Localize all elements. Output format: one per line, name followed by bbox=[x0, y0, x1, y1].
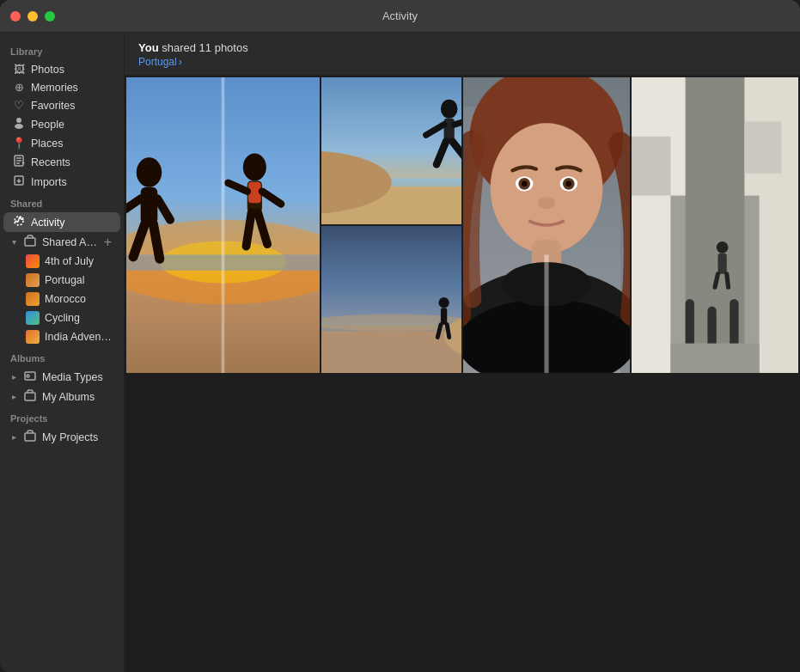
svg-point-68 bbox=[522, 180, 528, 186]
photo-beach-jump[interactable] bbox=[321, 77, 461, 224]
activity-icon bbox=[12, 215, 26, 229]
sidebar-item-activity[interactable]: Activity bbox=[3, 212, 120, 232]
svg-point-1 bbox=[15, 124, 23, 129]
svg-point-12 bbox=[27, 375, 29, 377]
sidebar-item-label: People bbox=[31, 119, 112, 131]
sidebar-section-library: Library bbox=[0, 40, 124, 60]
photo-grid bbox=[125, 76, 800, 672]
chevron-right-icon: ▸ bbox=[12, 432, 16, 442]
svg-point-61 bbox=[491, 123, 603, 253]
chevron-right-icon: ▸ bbox=[12, 372, 16, 382]
photo-beach-dusk[interactable] bbox=[321, 226, 461, 373]
svg-point-72 bbox=[538, 197, 556, 209]
minimize-button[interactable] bbox=[27, 11, 38, 21]
sidebar-item-memories[interactable]: ⊕ Memories bbox=[3, 78, 120, 96]
svg-line-55 bbox=[447, 325, 449, 338]
sidebar-item-media-types[interactable]: ▸ Media Types bbox=[3, 367, 120, 387]
sidebar-item-label: 4th of July bbox=[45, 255, 112, 267]
svg-line-95 bbox=[727, 274, 729, 287]
album-thumb-portugal bbox=[26, 273, 40, 287]
sidebar-item-india-adventure[interactable]: India Adventure bbox=[3, 327, 120, 346]
album-thumb-india bbox=[26, 330, 40, 344]
sidebar-item-label: Favorites bbox=[31, 100, 112, 112]
sidebar-item-label: Shared Albums bbox=[42, 236, 99, 248]
photo-beach-dance[interactable] bbox=[126, 77, 320, 373]
activity-album-name: Portugal bbox=[138, 56, 177, 68]
svg-line-31 bbox=[247, 212, 252, 246]
people-icon bbox=[12, 117, 26, 131]
svg-rect-96 bbox=[670, 344, 759, 373]
sidebar-section-shared: Shared bbox=[0, 192, 124, 212]
sidebar-item-shared-albums[interactable]: ▾ Shared Albums + bbox=[3, 232, 120, 252]
titlebar: Activity bbox=[0, 0, 800, 33]
main-area: You shared 11 photos Portugal › bbox=[125, 33, 800, 672]
photo-portrait[interactable] bbox=[463, 77, 630, 373]
photo-top-row bbox=[126, 77, 461, 373]
sidebar-item-people[interactable]: People bbox=[3, 114, 120, 134]
sidebar-item-label: Morocco bbox=[45, 293, 112, 305]
photos-icon: 🖼 bbox=[12, 63, 26, 76]
sidebar-item-label: My Albums bbox=[42, 391, 112, 403]
sidebar-item-label: Imports bbox=[31, 176, 112, 188]
svg-point-20 bbox=[137, 157, 162, 186]
album-thumb-morocco bbox=[26, 292, 40, 306]
traffic-lights bbox=[10, 11, 55, 21]
activity-album-chevron: › bbox=[179, 56, 182, 68]
sidebar-item-my-albums[interactable]: ▸ My Albums bbox=[3, 387, 120, 406]
svg-point-0 bbox=[16, 118, 21, 123]
sidebar-item-imports[interactable]: Imports bbox=[3, 172, 120, 192]
svg-rect-14 bbox=[25, 433, 35, 441]
svg-point-71 bbox=[565, 180, 571, 186]
sidebar-item-photos[interactable]: 🖼 Photos bbox=[3, 60, 120, 78]
sidebar-item-favorites[interactable]: ♡ Favorites bbox=[3, 96, 120, 114]
sidebar-item-label: Recents bbox=[31, 156, 112, 168]
sidebar-item-label: Photos bbox=[31, 64, 112, 76]
photo-bottom-row bbox=[463, 77, 798, 373]
activity-header: You shared 11 photos Portugal › bbox=[125, 33, 800, 76]
imports-icon bbox=[12, 174, 26, 189]
svg-rect-10 bbox=[25, 238, 35, 246]
add-shared-album-button[interactable]: + bbox=[104, 235, 112, 249]
maximize-button[interactable] bbox=[45, 11, 55, 21]
album-thumb-cycling bbox=[26, 311, 40, 325]
svg-line-94 bbox=[715, 274, 718, 287]
sidebar-item-4th-of-july[interactable]: 4th of July bbox=[3, 252, 120, 271]
photo-right-stack bbox=[321, 77, 461, 373]
sidebar-item-places[interactable]: 📍 Places bbox=[3, 134, 120, 152]
svg-point-26 bbox=[243, 153, 266, 180]
sidebar-item-cycling[interactable]: Cycling bbox=[3, 309, 120, 327]
album-thumb-4th bbox=[26, 254, 40, 268]
activity-user: You bbox=[138, 41, 159, 54]
media-types-icon bbox=[23, 370, 37, 384]
sidebar-item-label: Activity bbox=[31, 217, 112, 229]
sidebar-item-my-projects[interactable]: ▸ My Projects bbox=[3, 427, 120, 447]
activity-action: shared 11 photos bbox=[162, 41, 247, 54]
sidebar-section-albums: Albums bbox=[0, 346, 124, 367]
sidebar-item-portugal[interactable]: Portugal bbox=[3, 271, 120, 290]
svg-point-40 bbox=[441, 100, 458, 119]
close-button[interactable] bbox=[10, 11, 21, 21]
svg-rect-13 bbox=[25, 393, 35, 400]
sidebar: Library 🖼 Photos ⊕ Memories ♡ Favorites bbox=[0, 33, 125, 672]
svg-rect-21 bbox=[141, 187, 158, 224]
sidebar-item-label: My Projects bbox=[42, 431, 112, 443]
favorites-icon: ♡ bbox=[12, 99, 26, 112]
svg-rect-53 bbox=[441, 308, 447, 325]
svg-line-25 bbox=[153, 224, 159, 260]
sidebar-item-morocco[interactable]: Morocco bbox=[3, 290, 120, 309]
svg-rect-81 bbox=[632, 137, 670, 196]
app-window: Activity Library 🖼 Photos ⊕ Memories ♡ F… bbox=[0, 0, 800, 672]
sidebar-item-label: Memories bbox=[31, 82, 112, 94]
photo-street[interactable] bbox=[632, 77, 798, 373]
svg-point-52 bbox=[438, 297, 449, 308]
sidebar-item-label: India Adventure bbox=[45, 331, 112, 343]
my-albums-icon bbox=[23, 389, 37, 404]
activity-album-link[interactable]: Portugal › bbox=[138, 56, 786, 68]
sidebar-item-recents[interactable]: Recents bbox=[3, 152, 120, 172]
memories-icon: ⊕ bbox=[12, 81, 26, 94]
svg-rect-84 bbox=[744, 122, 781, 174]
svg-rect-93 bbox=[718, 254, 726, 274]
main-content: Library 🖼 Photos ⊕ Memories ♡ Favorites bbox=[0, 33, 800, 672]
sidebar-item-label: Media Types bbox=[42, 371, 112, 383]
shared-albums-icon bbox=[23, 235, 37, 249]
